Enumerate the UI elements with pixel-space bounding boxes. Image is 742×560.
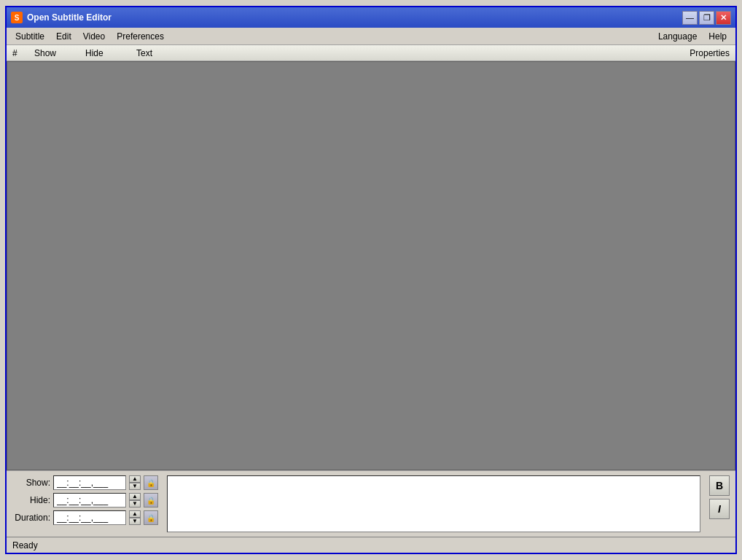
show-input[interactable] <box>53 475 126 490</box>
bottom-panel: Show: ▲ ▼ 🔒 Hide: ▲ ▼ 🔒 <box>7 470 735 537</box>
menu-bar: Subtitle Edit Video Preferences Language… <box>7 28 735 45</box>
col-show: Show <box>31 48 82 58</box>
col-properties: Properties <box>687 48 733 58</box>
subtitle-text-input[interactable] <box>168 476 700 532</box>
close-button[interactable]: ✕ <box>716 11 731 25</box>
hide-lock-button[interactable]: 🔒 <box>144 493 158 508</box>
show-spin-down[interactable]: ▼ <box>129 483 141 490</box>
show-spinner[interactable]: ▲ ▼ <box>129 475 141 490</box>
duration-field-row: Duration: ▲ ▼ 🔒 <box>12 510 158 525</box>
hide-spin-down[interactable]: ▼ <box>129 500 141 508</box>
title-bar: S Open Subtitle Editor — ❐ ✕ <box>7 7 735 28</box>
col-hide: Hide <box>82 48 133 58</box>
show-spin-up[interactable]: ▲ <box>129 475 141 483</box>
time-fields: Show: ▲ ▼ 🔒 Hide: ▲ ▼ 🔒 <box>12 475 158 525</box>
hide-field-row: Hide: ▲ ▼ 🔒 <box>12 493 158 508</box>
italic-button[interactable]: I <box>709 499 730 519</box>
menu-help[interactable]: Help <box>703 30 733 43</box>
show-lock-button[interactable]: 🔒 <box>144 475 158 490</box>
duration-spin-up[interactable]: ▲ <box>129 510 141 518</box>
col-hash: # <box>9 48 31 58</box>
show-label: Show: <box>12 478 50 488</box>
table-header: # Show Hide Text Properties <box>7 45 735 61</box>
menu-edit[interactable]: Edit <box>50 30 77 43</box>
menu-language[interactable]: Language <box>652 30 703 43</box>
menu-right: Language Help <box>652 30 733 43</box>
bottom-row: Show: ▲ ▼ 🔒 Hide: ▲ ▼ 🔒 <box>12 475 730 532</box>
format-buttons: B I <box>709 475 730 519</box>
main-window: S Open Subtitle Editor — ❐ ✕ Subtitle Ed… <box>5 6 737 554</box>
show-field-row: Show: ▲ ▼ 🔒 <box>12 475 158 490</box>
hide-spinner[interactable]: ▲ ▼ <box>129 493 141 508</box>
menu-subtitle[interactable]: Subtitle <box>9 30 50 43</box>
app-icon: S <box>11 12 23 23</box>
hide-label: Hide: <box>12 495 50 505</box>
menu-preferences[interactable]: Preferences <box>111 30 170 43</box>
window-title: Open Subtitle Editor <box>27 12 682 23</box>
status-text: Ready <box>12 540 38 551</box>
restore-button[interactable]: ❐ <box>699 11 714 25</box>
duration-input[interactable] <box>53 510 126 525</box>
duration-spinner[interactable]: ▲ ▼ <box>129 510 141 525</box>
duration-label: Duration: <box>12 513 50 523</box>
subtitle-text-container <box>167 475 700 532</box>
duration-spin-down[interactable]: ▼ <box>129 518 141 525</box>
status-bar: Ready <box>7 537 735 553</box>
window-controls: — ❐ ✕ <box>682 11 731 25</box>
bold-button[interactable]: B <box>709 475 730 496</box>
subtitle-list-area <box>7 61 735 470</box>
menu-video[interactable]: Video <box>77 30 111 43</box>
minimize-button[interactable]: — <box>682 11 698 25</box>
duration-lock-button[interactable]: 🔒 <box>144 510 158 525</box>
hide-input[interactable] <box>53 493 126 508</box>
hide-spin-up[interactable]: ▲ <box>129 493 141 500</box>
col-text: Text <box>133 48 687 58</box>
